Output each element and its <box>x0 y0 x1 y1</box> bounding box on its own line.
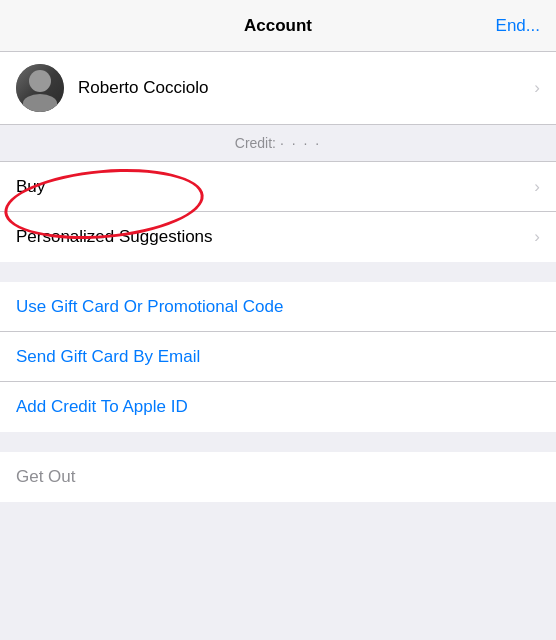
add-credit-row[interactable]: Add Credit To Apple ID <box>0 382 556 432</box>
avatar-image <box>16 64 64 112</box>
gap-1 <box>0 262 556 282</box>
avatar <box>16 64 64 112</box>
get-out-label: Get Out <box>16 467 76 487</box>
buy-label: Buy <box>16 177 526 197</box>
footer-section: Get Out <box>0 452 556 502</box>
gap-2 <box>0 432 556 452</box>
use-gift-card-label: Use Gift Card Or Promotional Code <box>16 297 540 317</box>
send-gift-card-row[interactable]: Send Gift Card By Email <box>0 332 556 382</box>
credit-value: · · · · <box>280 135 321 151</box>
header-title: Account <box>244 16 312 36</box>
add-credit-label: Add Credit To Apple ID <box>16 397 540 417</box>
personalized-suggestions-label: Personalized Suggestions <box>16 227 526 247</box>
actions-section: Use Gift Card Or Promotional Code Send G… <box>0 282 556 432</box>
profile-chevron-icon: › <box>534 78 540 98</box>
credit-label: Credit: <box>235 135 276 151</box>
header-end-button[interactable]: End... <box>496 16 540 36</box>
send-gift-card-label: Send Gift Card By Email <box>16 347 540 367</box>
profile-row[interactable]: Roberto Cocciolo › <box>0 52 556 125</box>
buy-row[interactable]: Buy › <box>0 162 556 212</box>
use-gift-card-row[interactable]: Use Gift Card Or Promotional Code <box>0 282 556 332</box>
buy-chevron-icon: › <box>534 177 540 197</box>
profile-section: Roberto Cocciolo › <box>0 52 556 125</box>
personalized-suggestions-chevron-icon: › <box>534 227 540 247</box>
credit-row: Credit: · · · · <box>0 125 556 162</box>
header: Account End... <box>0 0 556 52</box>
profile-name: Roberto Cocciolo <box>78 78 526 98</box>
personalized-suggestions-row[interactable]: Personalized Suggestions › <box>0 212 556 262</box>
buy-section: Buy › Personalized Suggestions › <box>0 162 556 262</box>
get-out-row[interactable]: Get Out <box>0 452 556 502</box>
